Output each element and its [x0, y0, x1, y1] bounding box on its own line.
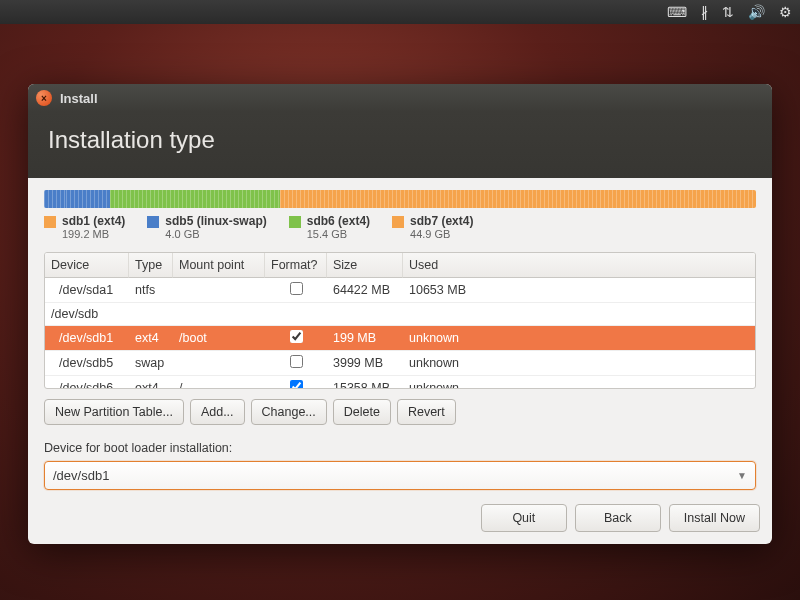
usage-segment: [44, 190, 66, 208]
close-icon[interactable]: ×: [36, 90, 52, 106]
header-strip: Installation type: [28, 112, 772, 178]
cell-mount: /boot: [173, 327, 265, 349]
new-partition-table-button[interactable]: New Partition Table...: [44, 399, 184, 425]
col-device[interactable]: Device: [45, 253, 129, 278]
partition-legend: sdb1 (ext4)199.2 MBsdb5 (linux-swap)4.0 …: [44, 214, 756, 242]
revert-button[interactable]: Revert: [397, 399, 456, 425]
cell-used: unknown: [403, 377, 755, 388]
bootloader-value: /dev/sdb1: [53, 468, 737, 483]
table-header: Device Type Mount point Format? Size Use…: [45, 253, 755, 278]
legend-swatch: [44, 216, 56, 228]
legend-label: sdb6 (ext4): [307, 214, 370, 228]
cell-size: 3999 MB: [327, 352, 403, 374]
cell-format: [265, 310, 327, 318]
usage-segment: [110, 190, 280, 208]
table-row[interactable]: /dev/sdb5swap3999 MBunknown: [45, 351, 755, 376]
page-title: Installation type: [48, 126, 752, 154]
cell-size: [327, 310, 403, 318]
usage-segment: [66, 190, 110, 208]
install-window: × Install Installation type sdb1 (ext4)1…: [28, 84, 772, 544]
top-panel: ⌨ ∦ ⇅ 🔊 ⚙: [0, 0, 800, 24]
cell-device: /dev/sda1: [45, 279, 129, 301]
keyboard-icon[interactable]: ⌨: [667, 4, 687, 20]
cell-size: 64422 MB: [327, 279, 403, 301]
table-row[interactable]: /dev/sdb: [45, 303, 755, 326]
cell-mount: /: [173, 377, 265, 388]
legend-item: sdb1 (ext4)199.2 MB: [44, 214, 125, 242]
titlebar[interactable]: × Install: [28, 84, 772, 112]
legend-item: sdb6 (ext4)15.4 GB: [289, 214, 370, 242]
network-icon[interactable]: ⇅: [722, 4, 734, 20]
cell-size: 199 MB: [327, 327, 403, 349]
bootloader-select[interactable]: /dev/sdb1 ▼: [44, 461, 756, 490]
cell-used: unknown: [403, 327, 755, 349]
format-checkbox[interactable]: [290, 282, 303, 295]
legend-item: sdb7 (ext4)44.9 GB: [392, 214, 473, 242]
legend-sublabel: 4.0 GB: [165, 228, 266, 241]
col-used[interactable]: Used: [403, 253, 755, 278]
legend-sublabel: 44.9 GB: [410, 228, 473, 241]
chevron-down-icon: ▼: [737, 470, 747, 481]
cell-device: /dev/sdb6: [45, 377, 129, 388]
cell-type: [129, 310, 173, 318]
legend-label: sdb5 (linux-swap): [165, 214, 266, 228]
format-checkbox[interactable]: [290, 380, 303, 388]
table-body[interactable]: /dev/sda1ntfs64422 MB10653 MB/dev/sdb/de…: [45, 278, 755, 388]
cell-format: [265, 351, 327, 375]
quit-button[interactable]: Quit: [481, 504, 567, 532]
window-title: Install: [60, 91, 98, 106]
table-row[interactable]: /dev/sdb6ext4/15358 MBunknown: [45, 376, 755, 388]
cell-type: ext4: [129, 377, 173, 388]
cell-mount: [173, 359, 265, 367]
cell-mount: [173, 310, 265, 318]
disk-usage-bar: [44, 190, 756, 208]
settings-icon[interactable]: ⚙: [779, 4, 792, 20]
legend-item: sdb5 (linux-swap)4.0 GB: [147, 214, 266, 242]
install-now-button[interactable]: Install Now: [669, 504, 760, 532]
volume-icon[interactable]: 🔊: [748, 4, 765, 20]
partition-actions: New Partition Table... Add... Change... …: [44, 399, 756, 425]
footer-buttons: Quit Back Install Now: [28, 504, 772, 544]
table-row[interactable]: /dev/sdb1ext4/boot199 MBunknown: [45, 326, 755, 351]
legend-label: sdb1 (ext4): [62, 214, 125, 228]
bootloader-label: Device for boot loader installation:: [44, 441, 756, 455]
cell-used: [403, 310, 755, 318]
change-button[interactable]: Change...: [251, 399, 327, 425]
cell-device: /dev/sdb5: [45, 352, 129, 374]
partition-table[interactable]: Device Type Mount point Format? Size Use…: [44, 252, 756, 389]
col-mount[interactable]: Mount point: [173, 253, 265, 278]
cell-device: /dev/sdb: [45, 303, 129, 325]
legend-label: sdb7 (ext4): [410, 214, 473, 228]
col-format[interactable]: Format?: [265, 253, 327, 278]
legend-sublabel: 199.2 MB: [62, 228, 125, 241]
format-checkbox[interactable]: [290, 355, 303, 368]
cell-used: 10653 MB: [403, 279, 755, 301]
cell-type: ext4: [129, 327, 173, 349]
bluetooth-icon[interactable]: ∦: [701, 4, 708, 20]
cell-format: [265, 376, 327, 388]
cell-size: 15358 MB: [327, 377, 403, 388]
legend-swatch: [392, 216, 404, 228]
cell-used: unknown: [403, 352, 755, 374]
col-type[interactable]: Type: [129, 253, 173, 278]
usage-segment: [280, 190, 756, 208]
cell-device: /dev/sdb1: [45, 327, 129, 349]
back-button[interactable]: Back: [575, 504, 661, 532]
legend-swatch: [147, 216, 159, 228]
cell-format: [265, 278, 327, 302]
col-size[interactable]: Size: [327, 253, 403, 278]
format-checkbox[interactable]: [290, 330, 303, 343]
cell-format: [265, 326, 327, 350]
add-button[interactable]: Add...: [190, 399, 245, 425]
cell-type: ntfs: [129, 279, 173, 301]
legend-sublabel: 15.4 GB: [307, 228, 370, 241]
cell-type: swap: [129, 352, 173, 374]
table-row[interactable]: /dev/sda1ntfs64422 MB10653 MB: [45, 278, 755, 303]
legend-swatch: [289, 216, 301, 228]
cell-mount: [173, 286, 265, 294]
delete-button[interactable]: Delete: [333, 399, 391, 425]
